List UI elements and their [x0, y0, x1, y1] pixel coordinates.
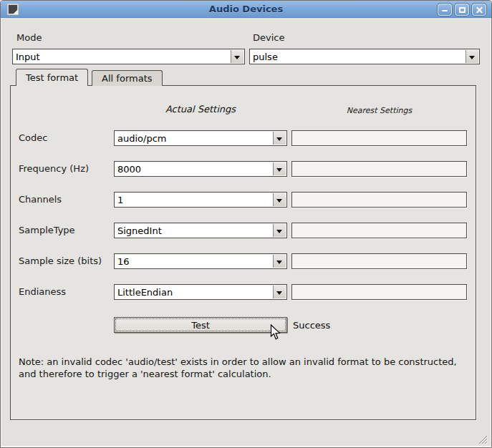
endianess-value: LittleEndian [117, 287, 173, 298]
mode-value: Input [16, 52, 40, 62]
dropdown-arrow-icon[interactable] [273, 224, 286, 237]
codec-label: Codec [19, 132, 47, 143]
device-combobox[interactable]: pulse [249, 49, 480, 64]
dropdown-arrow-icon[interactable] [231, 50, 243, 63]
sampletype-value: SignedInt [117, 225, 162, 236]
close-button[interactable] [472, 4, 486, 16]
samplesize-combobox[interactable]: 16 [114, 253, 287, 269]
dropdown-arrow-icon[interactable] [273, 255, 286, 268]
test-button[interactable]: Test [114, 317, 287, 333]
nearest-codec-field [291, 130, 467, 146]
maximize-icon [459, 7, 466, 13]
tab-all-formats[interactable]: All formats [92, 70, 162, 86]
resize-grip-icon[interactable] [477, 434, 488, 444]
audio-devices-window: Audio Devices Mode Input Device pulse Te… [0, 0, 492, 448]
app-window-icon[interactable] [7, 4, 19, 15]
note-text: Note: an invalid codec 'audio/test' exis… [19, 356, 477, 380]
device-value: pulse [253, 52, 278, 62]
mode-combobox[interactable]: Input [12, 49, 245, 64]
minimize-icon [442, 10, 448, 11]
sampletype-label: SampleType [19, 225, 75, 235]
status-text: Success [293, 320, 330, 331]
endianess-combobox[interactable]: LittleEndian [114, 284, 287, 300]
note-line-1: Note: an invalid codec 'audio/test' exis… [19, 356, 477, 368]
titlebar[interactable]: Audio Devices [1, 1, 491, 18]
frequency-combobox[interactable]: 8000 [114, 161, 287, 177]
channels-combobox[interactable]: 1 [114, 192, 287, 208]
nearest-sampletype-field [291, 223, 467, 238]
samplesize-value: 16 [117, 256, 130, 267]
sampletype-combobox[interactable]: SignedInt [114, 223, 287, 238]
minimize-button[interactable] [438, 4, 452, 16]
mode-label: Mode [16, 32, 42, 43]
dropdown-arrow-icon[interactable] [466, 50, 478, 63]
dropdown-arrow-icon[interactable] [273, 162, 286, 175]
samplesize-label: Sample size (bits) [19, 255, 102, 266]
nearest-frequency-field [291, 161, 467, 177]
frequency-label: Frequency (Hz) [19, 163, 89, 174]
channels-value: 1 [117, 195, 123, 205]
tab-bar: Test format All formats [16, 69, 163, 86]
dropdown-arrow-icon[interactable] [273, 132, 286, 145]
dropdown-arrow-icon[interactable] [273, 286, 286, 298]
nearest-samplesize-field [291, 253, 467, 269]
device-label: Device [253, 32, 284, 43]
codec-combobox[interactable]: audio/pcm [114, 130, 287, 146]
codec-value: audio/pcm [117, 133, 166, 144]
frequency-value: 8000 [117, 164, 141, 175]
maximize-button[interactable] [455, 4, 469, 16]
dropdown-arrow-icon[interactable] [273, 193, 286, 206]
nearest-channels-field [291, 192, 467, 208]
channels-label: Channels [19, 194, 62, 205]
window-title: Audio Devices [1, 1, 491, 18]
tab-test-format[interactable]: Test format [16, 69, 88, 86]
actual-settings-header: Actual Settings [114, 104, 287, 115]
endianess-label: Endianess [19, 286, 66, 297]
mouse-cursor-icon [270, 324, 281, 341]
note-line-2: and therefore to trigger a 'nearest form… [19, 368, 477, 380]
nearest-endianess-field [291, 284, 467, 300]
nearest-settings-header: Nearest Settings [291, 106, 467, 115]
